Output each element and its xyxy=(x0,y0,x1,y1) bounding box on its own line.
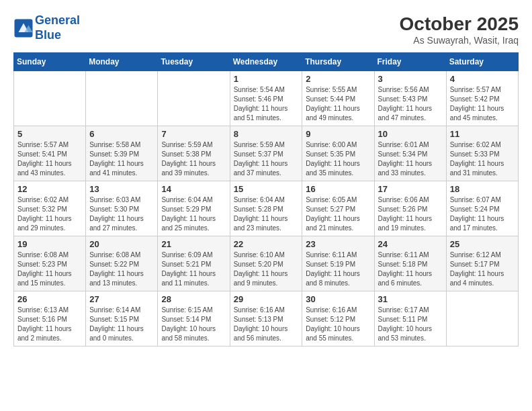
day-number: 19 xyxy=(17,239,82,249)
calendar-cell: 24Sunrise: 6:11 AM Sunset: 5:18 PM Dayli… xyxy=(374,236,446,291)
day-number: 14 xyxy=(161,184,226,194)
logo: General Blue xyxy=(13,13,80,42)
day-info: Sunrise: 6:11 AM Sunset: 5:18 PM Dayligh… xyxy=(378,250,443,288)
day-number: 30 xyxy=(306,294,370,304)
day-number: 4 xyxy=(450,74,515,84)
col-header-saturday: Saturday xyxy=(446,53,518,71)
day-info: Sunrise: 5:57 AM Sunset: 5:41 PM Dayligh… xyxy=(17,140,82,178)
day-info: Sunrise: 6:05 AM Sunset: 5:27 PM Dayligh… xyxy=(306,195,370,233)
day-info: Sunrise: 6:01 AM Sunset: 5:34 PM Dayligh… xyxy=(378,140,443,178)
calendar-cell: 5Sunrise: 5:57 AM Sunset: 5:41 PM Daylig… xyxy=(14,126,86,181)
logo-line1: General xyxy=(35,13,80,27)
day-number: 12 xyxy=(17,184,82,194)
logo-icon xyxy=(13,18,34,38)
day-number: 10 xyxy=(378,129,443,139)
day-number: 18 xyxy=(450,184,515,194)
calendar-cell: 4Sunrise: 5:57 AM Sunset: 5:42 PM Daylig… xyxy=(446,71,518,126)
day-number: 31 xyxy=(378,294,443,304)
day-info: Sunrise: 6:02 AM Sunset: 5:32 PM Dayligh… xyxy=(17,195,82,233)
col-header-sunday: Sunday xyxy=(14,53,86,71)
day-info: Sunrise: 6:00 AM Sunset: 5:35 PM Dayligh… xyxy=(306,140,370,178)
day-info: Sunrise: 5:58 AM Sunset: 5:39 PM Dayligh… xyxy=(89,140,154,178)
day-number: 24 xyxy=(378,239,443,249)
day-info: Sunrise: 6:06 AM Sunset: 5:26 PM Dayligh… xyxy=(378,195,443,233)
calendar-cell: 12Sunrise: 6:02 AM Sunset: 5:32 PM Dayli… xyxy=(14,181,86,236)
day-number: 22 xyxy=(234,239,299,249)
day-info: Sunrise: 6:07 AM Sunset: 5:24 PM Dayligh… xyxy=(450,195,515,233)
day-number: 17 xyxy=(378,184,443,194)
calendar-table: SundayMondayTuesdayWednesdayThursdayFrid… xyxy=(13,52,519,347)
day-number: 15 xyxy=(234,184,299,194)
week-row-4: 19Sunrise: 6:08 AM Sunset: 5:23 PM Dayli… xyxy=(14,236,519,291)
calendar-cell: 14Sunrise: 6:04 AM Sunset: 5:29 PM Dayli… xyxy=(158,181,230,236)
calendar-cell: 17Sunrise: 6:06 AM Sunset: 5:26 PM Dayli… xyxy=(374,181,446,236)
calendar-cell: 29Sunrise: 6:16 AM Sunset: 5:13 PM Dayli… xyxy=(230,291,302,347)
day-info: Sunrise: 6:10 AM Sunset: 5:20 PM Dayligh… xyxy=(234,250,299,288)
day-info: Sunrise: 6:14 AM Sunset: 5:15 PM Dayligh… xyxy=(89,306,154,343)
day-info: Sunrise: 6:03 AM Sunset: 5:30 PM Dayligh… xyxy=(89,195,154,233)
week-row-5: 26Sunrise: 6:13 AM Sunset: 5:16 PM Dayli… xyxy=(14,291,519,347)
day-number: 5 xyxy=(17,129,82,139)
logo-text: General Blue xyxy=(35,13,80,42)
calendar-cell: 25Sunrise: 6:12 AM Sunset: 5:17 PM Dayli… xyxy=(446,236,518,291)
day-number: 28 xyxy=(161,294,226,304)
calendar-cell xyxy=(158,71,230,126)
day-number: 11 xyxy=(450,129,515,139)
calendar-cell: 6Sunrise: 5:58 AM Sunset: 5:39 PM Daylig… xyxy=(86,126,158,181)
day-number: 9 xyxy=(306,129,370,139)
week-row-3: 12Sunrise: 6:02 AM Sunset: 5:32 PM Dayli… xyxy=(14,181,519,236)
day-info: Sunrise: 5:57 AM Sunset: 5:42 PM Dayligh… xyxy=(450,85,515,123)
day-info: Sunrise: 6:13 AM Sunset: 5:16 PM Dayligh… xyxy=(17,306,82,343)
day-number: 20 xyxy=(89,239,154,249)
calendar-cell: 28Sunrise: 6:15 AM Sunset: 5:14 PM Dayli… xyxy=(158,291,230,347)
logo-line2: Blue xyxy=(35,28,61,42)
header-row: SundayMondayTuesdayWednesdayThursdayFrid… xyxy=(14,53,519,71)
week-row-2: 5Sunrise: 5:57 AM Sunset: 5:41 PM Daylig… xyxy=(14,126,519,181)
calendar-cell: 21Sunrise: 6:09 AM Sunset: 5:21 PM Dayli… xyxy=(158,236,230,291)
day-info: Sunrise: 6:15 AM Sunset: 5:14 PM Dayligh… xyxy=(161,306,226,343)
calendar-cell: 19Sunrise: 6:08 AM Sunset: 5:23 PM Dayli… xyxy=(14,236,86,291)
day-info: Sunrise: 6:12 AM Sunset: 5:17 PM Dayligh… xyxy=(450,250,515,288)
day-number: 7 xyxy=(161,129,226,139)
calendar-cell: 10Sunrise: 6:01 AM Sunset: 5:34 PM Dayli… xyxy=(374,126,446,181)
calendar-cell: 18Sunrise: 6:07 AM Sunset: 5:24 PM Dayli… xyxy=(446,181,518,236)
calendar-cell: 31Sunrise: 6:17 AM Sunset: 5:11 PM Dayli… xyxy=(374,291,446,347)
day-info: Sunrise: 6:16 AM Sunset: 5:13 PM Dayligh… xyxy=(234,306,299,343)
day-number: 3 xyxy=(378,74,443,84)
calendar-cell: 20Sunrise: 6:08 AM Sunset: 5:22 PM Dayli… xyxy=(86,236,158,291)
day-number: 21 xyxy=(161,239,226,249)
calendar-cell xyxy=(86,71,158,126)
calendar-cell: 9Sunrise: 6:00 AM Sunset: 5:35 PM Daylig… xyxy=(302,126,374,181)
day-info: Sunrise: 5:59 AM Sunset: 5:37 PM Dayligh… xyxy=(234,140,299,178)
day-info: Sunrise: 6:11 AM Sunset: 5:19 PM Dayligh… xyxy=(306,250,370,288)
day-info: Sunrise: 5:59 AM Sunset: 5:38 PM Dayligh… xyxy=(161,140,226,178)
day-info: Sunrise: 6:04 AM Sunset: 5:29 PM Dayligh… xyxy=(161,195,226,233)
calendar-cell: 22Sunrise: 6:10 AM Sunset: 5:20 PM Dayli… xyxy=(230,236,302,291)
location: As Suwayrah, Wasit, Iraq xyxy=(400,35,519,46)
day-info: Sunrise: 5:54 AM Sunset: 5:46 PM Dayligh… xyxy=(234,85,299,123)
day-info: Sunrise: 5:56 AM Sunset: 5:43 PM Dayligh… xyxy=(378,85,443,123)
day-info: Sunrise: 6:09 AM Sunset: 5:21 PM Dayligh… xyxy=(161,250,226,288)
day-number: 23 xyxy=(306,239,370,249)
col-header-thursday: Thursday xyxy=(302,53,374,71)
col-header-monday: Monday xyxy=(86,53,158,71)
day-info: Sunrise: 6:17 AM Sunset: 5:11 PM Dayligh… xyxy=(378,306,443,343)
day-number: 6 xyxy=(89,129,154,139)
day-info: Sunrise: 6:16 AM Sunset: 5:12 PM Dayligh… xyxy=(306,306,370,343)
month-title: October 2025 xyxy=(400,13,519,35)
day-number: 27 xyxy=(89,294,154,304)
day-number: 25 xyxy=(450,239,515,249)
calendar-cell: 8Sunrise: 5:59 AM Sunset: 5:37 PM Daylig… xyxy=(230,126,302,181)
calendar-cell: 26Sunrise: 6:13 AM Sunset: 5:16 PM Dayli… xyxy=(14,291,86,347)
col-header-wednesday: Wednesday xyxy=(230,53,302,71)
day-info: Sunrise: 5:55 AM Sunset: 5:44 PM Dayligh… xyxy=(306,85,370,123)
day-number: 1 xyxy=(234,74,299,84)
calendar-cell: 3Sunrise: 5:56 AM Sunset: 5:43 PM Daylig… xyxy=(374,71,446,126)
title-area: October 2025 As Suwayrah, Wasit, Iraq xyxy=(400,13,519,46)
day-number: 26 xyxy=(17,294,82,304)
calendar-cell xyxy=(14,71,86,126)
calendar-cell: 11Sunrise: 6:02 AM Sunset: 5:33 PM Dayli… xyxy=(446,126,518,181)
calendar-cell: 7Sunrise: 5:59 AM Sunset: 5:38 PM Daylig… xyxy=(158,126,230,181)
day-info: Sunrise: 6:08 AM Sunset: 5:23 PM Dayligh… xyxy=(17,250,82,288)
calendar-cell: 16Sunrise: 6:05 AM Sunset: 5:27 PM Dayli… xyxy=(302,181,374,236)
